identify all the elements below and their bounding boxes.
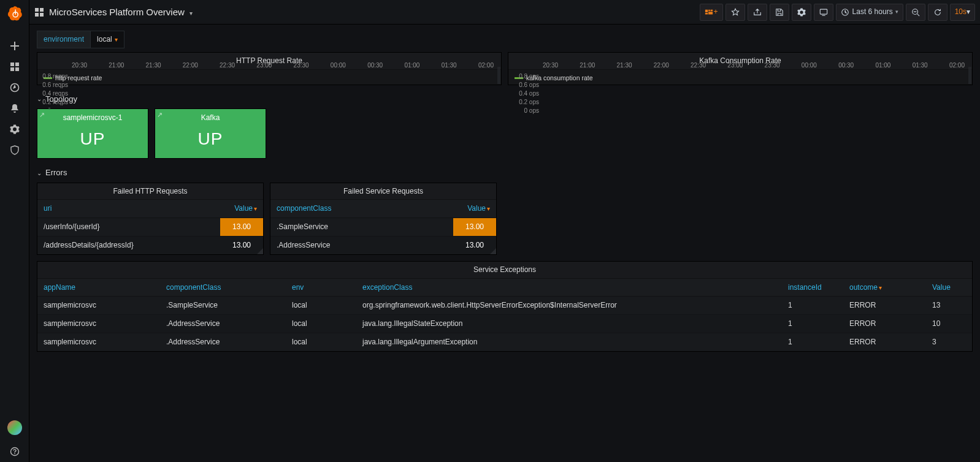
cell-instanceId: 1	[782, 333, 843, 351]
cell-exceptionClass: java.lang.IllegalArgumentException	[356, 333, 782, 351]
cell-uri: /addressDetails/{addressId}	[37, 237, 220, 254]
dashboard-body: environment local▾ HTTP Request Rate 0.8…	[29, 25, 980, 370]
popout-icon[interactable]: ↗	[39, 110, 45, 119]
col-appName[interactable]: appName	[37, 279, 160, 297]
cell-exceptionClass: java.lang.IllegalStateException	[356, 315, 782, 333]
popout-icon[interactable]: ↗	[157, 110, 163, 119]
table-row: samplemicrosvc .AddressService local jav…	[37, 333, 972, 351]
cell-instanceId: 1	[782, 297, 843, 315]
share-button[interactable]	[748, 4, 767, 21]
col-outcome[interactable]: outcome▾	[843, 279, 926, 297]
resize-handle[interactable]	[257, 248, 263, 254]
panel-service-exceptions: Service Exceptions appName componentClas…	[37, 261, 973, 352]
col-value[interactable]: Value▾	[220, 200, 263, 218]
dashboard-title[interactable]: MicroServices Platform Overview ▾	[49, 6, 193, 18]
cell-uri: /userInfo/{userId}	[37, 218, 220, 237]
col-value[interactable]: Value▾	[453, 200, 496, 218]
legend-scrollbar[interactable]	[497, 67, 500, 84]
nav-admin-icon[interactable]	[0, 140, 29, 161]
cell-componentClass: .AddressService	[160, 333, 286, 351]
x-axis: 20:3021:00 21:3022:00 22:3023:00 23:3000…	[72, 61, 494, 71]
graph-legend[interactable]: http request rate	[37, 72, 501, 85]
panel-title[interactable]: Failed HTTP Requests	[37, 183, 263, 200]
zoom-out-button[interactable]	[906, 4, 925, 21]
failed-svc-table: componentClass Value▾ .SampleService 13.…	[270, 200, 496, 254]
table-row: /userInfo/{userId} 13.00	[37, 218, 263, 237]
panel-failed-svc: Failed Service Requests componentClass V…	[270, 183, 497, 255]
cell-outcome: ERROR	[843, 315, 926, 333]
panel-http-request-rate: HTTP Request Rate 0.8 reqps0.6 reqps 0.4…	[37, 52, 502, 85]
row-header-errors[interactable]: ⌄ Errors	[37, 167, 973, 178]
card-name: Kafka	[155, 109, 266, 123]
settings-button[interactable]	[792, 4, 811, 21]
panel-title[interactable]: Failed Service Requests	[270, 183, 496, 200]
refresh-button[interactable]	[928, 4, 947, 21]
exceptions-table: appName componentClass env exceptionClas…	[37, 279, 972, 351]
table-row: .SampleService 13.00	[270, 218, 496, 237]
chevron-down-icon: ▾	[967, 7, 970, 17]
topology-card[interactable]: ↗ Kafka UP	[155, 108, 266, 159]
topbar: MicroServices Platform Overview ▾ + Last…	[29, 0, 980, 25]
col-componentClass[interactable]: componentClass	[270, 200, 453, 218]
col-exceptionClass[interactable]: exceptionClass	[356, 279, 782, 297]
nav-dashboards-icon[interactable]	[0, 56, 29, 77]
cell-componentClass: .AddressService	[160, 315, 286, 333]
cell-value: 13.00	[453, 218, 496, 237]
chevron-down-icon: ⌄	[37, 95, 42, 104]
var-environment-value[interactable]: local▾	[90, 31, 124, 48]
star-button[interactable]	[725, 4, 745, 21]
failed-http-table: uri Value▾ /userInfo/{userId} 13.00/addr…	[37, 200, 263, 254]
cell-outcome: ERROR	[843, 333, 926, 351]
resize-handle[interactable]	[490, 248, 496, 254]
dashboard-title-text: MicroServices Platform Overview	[49, 7, 185, 17]
topology-card[interactable]: ↗ samplemicrosvc-1 UP	[37, 108, 148, 159]
cell-outcome: ERROR	[843, 297, 926, 315]
add-panel-button[interactable]: +	[700, 4, 723, 21]
cell-exceptionClass: org.springframework.web.client.HttpServe…	[356, 297, 782, 315]
cell-env: local	[286, 297, 356, 315]
cell-value: 13	[926, 297, 972, 315]
cell-env: local	[286, 315, 356, 333]
cell-instanceId: 1	[782, 315, 843, 333]
row-header-topology[interactable]: ⌄ Topology	[37, 94, 973, 105]
cell-componentClass: .SampleService	[160, 297, 286, 315]
cell-componentClass: .AddressService	[270, 237, 453, 254]
legend-scrollbar[interactable]	[968, 67, 971, 84]
cell-appName: samplemicrosvc	[37, 297, 160, 315]
graph-legend[interactable]: kafka consumption rate	[508, 72, 972, 85]
chevron-down-icon: ▾	[189, 10, 193, 17]
nav-alerting-icon[interactable]	[0, 98, 29, 119]
save-button[interactable]	[770, 4, 789, 21]
card-status: UP	[37, 123, 148, 151]
row-title: Errors	[45, 167, 67, 178]
col-env[interactable]: env	[286, 279, 356, 297]
table-row: /addressDetails/{addressId} 13.00	[37, 237, 263, 254]
cell-componentClass: .SampleService	[270, 218, 453, 237]
nav-config-icon[interactable]	[0, 119, 29, 140]
refresh-interval-text: 10s	[955, 7, 967, 17]
col-componentClass[interactable]: componentClass	[160, 279, 286, 297]
topology-cards: ↗ samplemicrosvc-1 UP ↗ Kafka UP	[37, 108, 973, 159]
col-uri[interactable]: uri	[37, 200, 220, 218]
nav-create-icon[interactable]	[0, 36, 29, 56]
cell-appName: samplemicrosvc	[37, 315, 160, 333]
cell-value: 3	[926, 333, 972, 351]
time-range-picker[interactable]: Last 6 hours ▾	[836, 4, 903, 21]
panel-title[interactable]: Service Exceptions	[37, 262, 972, 279]
cell-value: 10	[926, 315, 972, 333]
x-axis: 20:3021:00 21:3022:00 22:3023:00 23:3000…	[543, 61, 965, 71]
table-row: .AddressService 13.00	[270, 237, 496, 254]
grafana-logo-icon[interactable]	[6, 5, 23, 22]
refresh-interval-picker[interactable]: 10s ▾	[950, 4, 975, 21]
col-value[interactable]: Value	[926, 279, 972, 297]
var-environment-label: environment	[37, 31, 90, 48]
view-mode-button[interactable]	[814, 4, 833, 21]
col-instanceId[interactable]: instanceId	[782, 279, 843, 297]
card-status: UP	[155, 123, 266, 151]
time-range-text: Last 6 hours	[852, 7, 893, 17]
nav-explore-icon[interactable]	[0, 77, 29, 98]
cell-appName: samplemicrosvc	[37, 333, 160, 351]
cell-env: local	[286, 333, 356, 351]
dashboards-icon	[34, 7, 44, 17]
card-name: samplemicrosvc-1	[37, 109, 148, 123]
